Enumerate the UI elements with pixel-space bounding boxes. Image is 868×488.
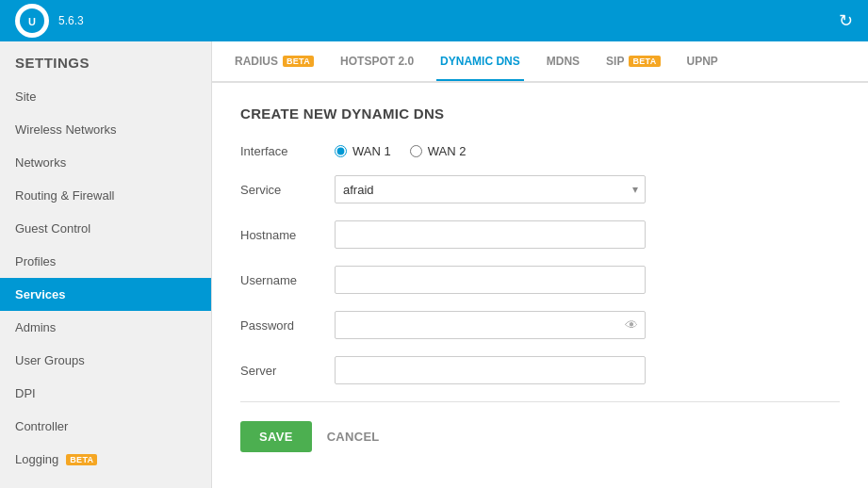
password-row: Password 👁 — [240, 311, 840, 339]
server-input[interactable] — [335, 356, 646, 384]
service-select[interactable]: afraid dyndns namecom noip openDNS sitel… — [335, 175, 646, 203]
version-label: 5.6.3 — [58, 14, 84, 27]
interface-radio-group: WAN 1 WAN 2 — [335, 144, 466, 158]
sidebar-item-guest-control[interactable]: Guest Control — [0, 212, 211, 245]
interface-label: Interface — [240, 144, 335, 158]
password-eye-icon[interactable]: 👁 — [625, 317, 638, 333]
service-label: Service — [240, 183, 335, 197]
sidebar-item-site[interactable]: Site — [0, 80, 211, 113]
username-input[interactable] — [335, 266, 646, 294]
tab-upnp[interactable]: UPNP — [683, 43, 722, 81]
hostname-row: Hostname — [240, 220, 840, 249]
service-select-wrapper: afraid dyndns namecom noip openDNS sitel… — [335, 175, 646, 203]
sidebar-item-logging[interactable]: Logging BETA — [0, 443, 211, 476]
sidebar-item-admins[interactable]: Admins — [0, 311, 211, 344]
tab-hotspot20[interactable]: HOTSPOT 2.0 — [336, 43, 418, 81]
unifi-logo: U — [15, 4, 49, 38]
logging-beta-badge: BETA — [66, 454, 97, 465]
layout: SETTINGS Site Wireless Networks Networks… — [0, 41, 868, 488]
tab-bar: RADIUS BETA HOTSPOT 2.0 DYNAMIC DNS MDNS… — [212, 41, 868, 83]
server-label: Server — [240, 364, 335, 378]
tab-sip[interactable]: SIP BETA — [602, 43, 663, 81]
sidebar-item-services[interactable]: Services — [0, 278, 211, 311]
hostname-input[interactable] — [335, 220, 646, 249]
main-content: RADIUS BETA HOTSPOT 2.0 DYNAMIC DNS MDNS… — [212, 41, 868, 488]
server-row: Server — [240, 356, 840, 384]
sidebar: SETTINGS Site Wireless Networks Networks… — [0, 41, 212, 488]
radius-beta-badge: BETA — [283, 56, 314, 67]
password-input[interactable] — [335, 311, 646, 339]
username-label: Username — [240, 273, 335, 287]
sidebar-item-wireless-networks[interactable]: Wireless Networks — [0, 113, 211, 146]
interface-row: Interface WAN 1 WAN 2 — [240, 144, 840, 158]
sidebar-item-routing-firewall[interactable]: Routing & Firewall — [0, 179, 211, 212]
wan2-option[interactable]: WAN 2 — [410, 144, 467, 158]
wan1-radio[interactable] — [335, 145, 347, 157]
service-row: Service afraid dyndns namecom noip openD… — [240, 175, 840, 203]
password-label: Password — [240, 318, 335, 333]
sidebar-item-user-groups[interactable]: User Groups — [0, 344, 211, 377]
topbar: U 5.6.3 ↻ — [0, 0, 868, 41]
username-control — [335, 266, 646, 294]
password-wrapper: 👁 — [335, 311, 646, 339]
server-control — [335, 356, 646, 384]
tab-radius[interactable]: RADIUS BETA — [231, 43, 318, 81]
form-area: CREATE NEW DYNAMIC DNS Interface WAN 1 W… — [212, 83, 868, 488]
service-control: afraid dyndns namecom noip openDNS sitel… — [335, 175, 646, 203]
sidebar-item-networks[interactable]: Networks — [0, 146, 211, 179]
cancel-button[interactable]: CANCEL — [327, 430, 380, 444]
sidebar-item-controller[interactable]: Controller — [0, 410, 211, 443]
sidebar-item-profiles[interactable]: Profiles — [0, 245, 211, 278]
wan1-option[interactable]: WAN 1 — [335, 144, 391, 158]
save-button[interactable]: SAVE — [240, 421, 312, 452]
hostname-label: Hostname — [240, 228, 335, 242]
wan1-label: WAN 1 — [352, 144, 391, 158]
wan2-radio[interactable] — [410, 145, 422, 157]
tab-mdns[interactable]: MDNS — [543, 43, 583, 81]
refresh-icon[interactable]: ↻ — [839, 10, 853, 31]
wan2-label: WAN 2 — [428, 144, 467, 158]
tab-dynamic-dns[interactable]: DYNAMIC DNS — [436, 43, 524, 81]
form-divider — [240, 401, 840, 402]
hostname-control — [335, 220, 646, 249]
username-row: Username — [240, 266, 840, 294]
sidebar-item-dpi[interactable]: DPI — [0, 377, 211, 410]
topbar-left: U 5.6.3 — [15, 4, 84, 38]
password-control: 👁 — [335, 311, 646, 339]
button-row: SAVE CANCEL — [240, 421, 840, 452]
svg-text:U: U — [28, 16, 36, 27]
form-title: CREATE NEW DYNAMIC DNS — [240, 106, 840, 122]
settings-header: SETTINGS — [0, 41, 211, 80]
sip-beta-badge: BETA — [629, 56, 660, 67]
